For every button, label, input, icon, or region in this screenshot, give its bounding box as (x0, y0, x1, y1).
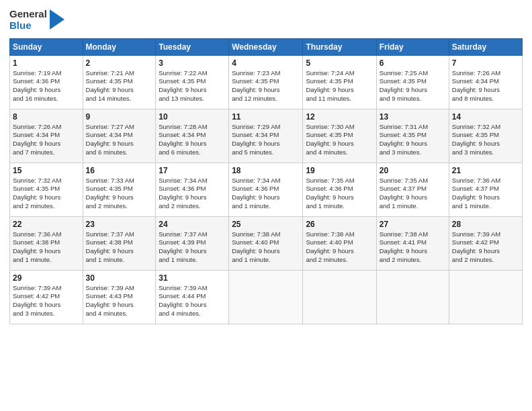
day-info: Sunrise: 7:21 AM Sunset: 4:35 PM Dayligh… (86, 69, 153, 103)
day-info: Sunrise: 7:39 AM Sunset: 4:42 PM Dayligh… (452, 230, 519, 265)
day-cell: 6Sunrise: 7:25 AM Sunset: 4:35 PM Daylig… (376, 55, 449, 109)
day-info: Sunrise: 7:31 AM Sunset: 4:35 PM Dayligh… (380, 123, 446, 157)
day-number: 5 (306, 58, 373, 68)
day-info: Sunrise: 7:33 AM Sunset: 4:35 PM Dayligh… (86, 177, 153, 211)
weekday-header-monday: Monday (83, 38, 156, 55)
day-number: 16 (86, 166, 153, 175)
week-row-1: 1Sunrise: 7:19 AM Sunset: 4:36 PM Daylig… (10, 55, 523, 109)
day-cell: 24Sunrise: 7:37 AM Sunset: 4:39 PM Dayli… (156, 216, 229, 270)
day-number: 30 (86, 273, 153, 283)
day-info: Sunrise: 7:19 AM Sunset: 4:36 PM Dayligh… (13, 69, 80, 103)
logo-arrow-icon (50, 9, 64, 30)
day-info: Sunrise: 7:37 AM Sunset: 4:38 PM Dayligh… (86, 230, 153, 265)
day-cell: 11Sunrise: 7:29 AM Sunset: 4:34 PM Dayli… (229, 109, 303, 163)
logo-blue: Blue (9, 19, 32, 31)
day-info: Sunrise: 7:34 AM Sunset: 4:36 PM Dayligh… (159, 177, 226, 211)
day-info: Sunrise: 7:27 AM Sunset: 4:34 PM Dayligh… (86, 123, 153, 157)
day-number: 6 (380, 58, 446, 68)
day-cell: 12Sunrise: 7:30 AM Sunset: 4:35 PM Dayli… (303, 109, 376, 163)
day-info: Sunrise: 7:37 AM Sunset: 4:39 PM Dayligh… (159, 230, 226, 265)
weekday-header-wednesday: Wednesday (229, 38, 303, 55)
week-row-2: 8Sunrise: 7:26 AM Sunset: 4:34 PM Daylig… (10, 109, 523, 163)
day-number: 24 (159, 220, 226, 229)
logo: General Blue (9, 8, 64, 32)
day-cell (229, 270, 303, 324)
day-info: Sunrise: 7:36 AM Sunset: 4:38 PM Dayligh… (13, 230, 80, 265)
day-number: 28 (452, 220, 519, 229)
weekday-header-row: SundayMondayTuesdayWednesdayThursdayFrid… (10, 38, 523, 55)
svg-marker-0 (50, 9, 64, 30)
day-number: 7 (452, 58, 519, 68)
day-info: Sunrise: 7:25 AM Sunset: 4:35 PM Dayligh… (380, 69, 446, 103)
day-info: Sunrise: 7:23 AM Sunset: 4:35 PM Dayligh… (232, 69, 300, 103)
day-info: Sunrise: 7:39 AM Sunset: 4:42 PM Dayligh… (13, 284, 80, 318)
page-header: General Blue (9, 8, 523, 32)
day-cell: 4Sunrise: 7:23 AM Sunset: 4:35 PM Daylig… (229, 55, 303, 109)
logo-wordmark: General Blue (9, 8, 47, 32)
day-info: Sunrise: 7:39 AM Sunset: 4:44 PM Dayligh… (159, 284, 226, 318)
weekday-header-thursday: Thursday (303, 38, 376, 55)
day-cell: 22Sunrise: 7:36 AM Sunset: 4:38 PM Dayli… (10, 216, 83, 270)
day-number: 19 (306, 166, 373, 175)
day-cell: 8Sunrise: 7:26 AM Sunset: 4:34 PM Daylig… (10, 109, 83, 163)
day-number: 20 (380, 166, 446, 175)
day-cell: 13Sunrise: 7:31 AM Sunset: 4:35 PM Dayli… (376, 109, 449, 163)
day-number: 8 (13, 112, 80, 122)
day-info: Sunrise: 7:38 AM Sunset: 4:41 PM Dayligh… (380, 230, 446, 265)
day-cell: 21Sunrise: 7:36 AM Sunset: 4:37 PM Dayli… (449, 163, 522, 216)
week-row-4: 22Sunrise: 7:36 AM Sunset: 4:38 PM Dayli… (10, 216, 523, 270)
day-number: 12 (306, 112, 373, 122)
day-info: Sunrise: 7:32 AM Sunset: 4:35 PM Dayligh… (452, 123, 519, 157)
day-number: 31 (159, 273, 226, 283)
day-number: 4 (232, 58, 300, 68)
day-cell (303, 270, 376, 324)
day-cell: 1Sunrise: 7:19 AM Sunset: 4:36 PM Daylig… (10, 55, 83, 109)
day-info: Sunrise: 7:28 AM Sunset: 4:34 PM Dayligh… (159, 123, 226, 157)
day-number: 26 (306, 220, 373, 229)
day-cell: 5Sunrise: 7:24 AM Sunset: 4:35 PM Daylig… (303, 55, 376, 109)
day-cell: 19Sunrise: 7:35 AM Sunset: 4:36 PM Dayli… (303, 163, 376, 216)
day-number: 3 (159, 58, 226, 68)
day-cell: 30Sunrise: 7:39 AM Sunset: 4:43 PM Dayli… (83, 270, 156, 324)
day-info: Sunrise: 7:35 AM Sunset: 4:37 PM Dayligh… (380, 177, 446, 211)
weekday-header-saturday: Saturday (449, 38, 522, 55)
day-number: 17 (159, 166, 226, 175)
day-number: 14 (452, 112, 519, 122)
day-number: 29 (13, 273, 80, 283)
day-info: Sunrise: 7:35 AM Sunset: 4:36 PM Dayligh… (306, 177, 373, 211)
day-number: 27 (380, 220, 446, 229)
day-number: 23 (86, 220, 153, 229)
week-row-3: 15Sunrise: 7:32 AM Sunset: 4:35 PM Dayli… (10, 163, 523, 216)
day-number: 9 (86, 112, 153, 122)
day-cell: 28Sunrise: 7:39 AM Sunset: 4:42 PM Dayli… (449, 216, 522, 270)
day-number: 22 (13, 220, 80, 229)
day-cell: 2Sunrise: 7:21 AM Sunset: 4:35 PM Daylig… (83, 55, 156, 109)
day-cell: 16Sunrise: 7:33 AM Sunset: 4:35 PM Dayli… (83, 163, 156, 216)
day-info: Sunrise: 7:26 AM Sunset: 4:34 PM Dayligh… (452, 69, 519, 103)
day-number: 2 (86, 58, 153, 68)
weekday-header-tuesday: Tuesday (156, 38, 229, 55)
day-number: 25 (232, 220, 300, 229)
day-number: 21 (452, 166, 519, 175)
day-cell (376, 270, 449, 324)
weekday-header-sunday: Sunday (10, 38, 83, 55)
page-container: General Blue SundayMondayTuesdayWednesda… (0, 0, 532, 411)
day-info: Sunrise: 7:29 AM Sunset: 4:34 PM Dayligh… (232, 123, 300, 157)
week-row-5: 29Sunrise: 7:39 AM Sunset: 4:42 PM Dayli… (10, 270, 523, 324)
day-number: 1 (13, 58, 80, 68)
calendar-table: SundayMondayTuesdayWednesdayThursdayFrid… (9, 38, 523, 324)
day-cell: 17Sunrise: 7:34 AM Sunset: 4:36 PM Dayli… (156, 163, 229, 216)
day-cell: 18Sunrise: 7:34 AM Sunset: 4:36 PM Dayli… (229, 163, 303, 216)
logo-general: General (9, 8, 47, 19)
day-cell: 25Sunrise: 7:38 AM Sunset: 4:40 PM Dayli… (229, 216, 303, 270)
day-number: 18 (232, 166, 300, 175)
day-info: Sunrise: 7:36 AM Sunset: 4:37 PM Dayligh… (452, 177, 519, 211)
day-cell: 20Sunrise: 7:35 AM Sunset: 4:37 PM Dayli… (376, 163, 449, 216)
day-number: 13 (380, 112, 446, 122)
day-cell: 26Sunrise: 7:38 AM Sunset: 4:40 PM Dayli… (303, 216, 376, 270)
day-cell: 15Sunrise: 7:32 AM Sunset: 4:35 PM Dayli… (10, 163, 83, 216)
weekday-header-friday: Friday (376, 38, 449, 55)
day-cell: 9Sunrise: 7:27 AM Sunset: 4:34 PM Daylig… (83, 109, 156, 163)
day-cell: 14Sunrise: 7:32 AM Sunset: 4:35 PM Dayli… (449, 109, 522, 163)
day-number: 11 (232, 112, 300, 122)
